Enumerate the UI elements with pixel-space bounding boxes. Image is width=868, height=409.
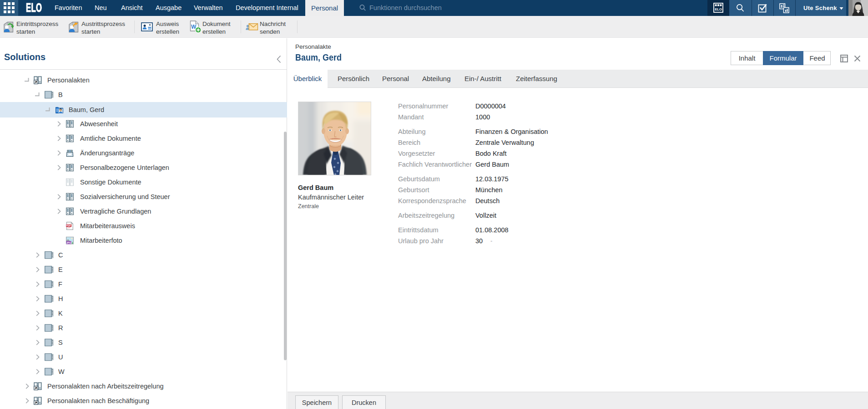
svg-text:PDF: PDF: [66, 224, 72, 227]
svg-text:ELO: ELO: [715, 7, 722, 11]
svg-text:JPG: JPG: [66, 241, 71, 244]
